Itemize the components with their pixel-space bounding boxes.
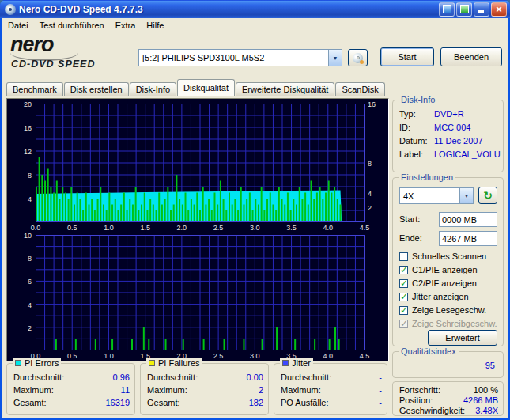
titlebar-shortcut-button-2[interactable] bbox=[456, 2, 472, 17]
tab-strip: Benchmark Disk erstellen Disk-Info Diskq… bbox=[6, 79, 386, 96]
quit-button[interactable]: Beenden bbox=[440, 47, 502, 66]
checkbox-label: Schnelles Scannen bbox=[412, 252, 486, 261]
pi-failures-panel: PI Failures Durchschnitt:0.00 Maximum:2 … bbox=[140, 363, 269, 415]
axis-tick-label: 8 bbox=[368, 160, 372, 168]
tab-scandisk[interactable]: ScanDisk bbox=[335, 82, 384, 96]
axis-tick-label: 4 bbox=[368, 190, 372, 198]
titlebar-shortcut-button-1[interactable] bbox=[439, 2, 455, 17]
checkbox-c1-pie-anzeigen[interactable]: C1/PIE anzeigen bbox=[399, 264, 478, 275]
green-app-icon bbox=[460, 5, 469, 13]
menu-test-durchfuehren[interactable]: Test durchführen bbox=[34, 19, 110, 32]
info-value: LOGICAL_VOLU bbox=[434, 149, 501, 159]
speed-select[interactable]: 4X ▼ bbox=[399, 187, 474, 204]
checkbox-c2-pif-anzeigen[interactable]: C2/PIF anzeigen bbox=[399, 278, 477, 289]
titlebar[interactable]: Nero CD-DVD Speed 4.7.7.3 × bbox=[0, 0, 510, 18]
checkbox-icon bbox=[399, 320, 408, 328]
refresh-icon: ↻ bbox=[483, 190, 493, 201]
axis-tick-label: 3.0 bbox=[245, 224, 264, 232]
tab-diskqualitaet[interactable]: Diskqualität bbox=[177, 79, 235, 96]
quality-index-group: Qualitätsindex 95 bbox=[392, 351, 504, 378]
disk-info-group-title: Disk-Info bbox=[399, 95, 437, 104]
tab-disk-info[interactable]: Disk-Info bbox=[130, 82, 176, 96]
pif-chart bbox=[36, 235, 365, 350]
app-window: Nero CD-DVD Speed 4.7.7.3 × Datei Test d… bbox=[0, 0, 510, 420]
checkbox-icon[interactable] bbox=[399, 252, 408, 261]
start-button[interactable]: Start bbox=[380, 47, 434, 66]
menu-datei[interactable]: Datei bbox=[2, 19, 34, 32]
axis-tick-label: 0.5 bbox=[62, 352, 81, 360]
info-label: ID: bbox=[399, 123, 410, 132]
tab-disk-erstellen[interactable]: Disk erstellen bbox=[64, 82, 129, 96]
quality-index-value: 95 bbox=[485, 361, 495, 370]
checkbox-jitter-anzeigen[interactable]: Jitter anzeigen bbox=[399, 291, 469, 302]
settings-group-title: Einstellungen bbox=[399, 172, 455, 182]
jitter-swatch-icon bbox=[282, 360, 289, 366]
axis-tick-label: 3.5 bbox=[282, 224, 301, 232]
axis-tick-label: 0.5 bbox=[62, 224, 81, 232]
stat-label: Maximum: bbox=[147, 385, 187, 395]
checkbox-zeige-schreibgeschw: Zeige Schreibgeschw. bbox=[399, 318, 497, 329]
stat-value: 2 bbox=[259, 385, 263, 395]
stat-label: Gesamt: bbox=[147, 398, 180, 407]
nero-logo: nero CD-DVD SPEED bbox=[10, 34, 133, 74]
checkbox-zeige-lesegeschw[interactable]: Zeige Lesegeschw. bbox=[399, 305, 486, 316]
checkbox-schnelles-scannen[interactable]: Schnelles Scannen bbox=[399, 251, 486, 262]
disk-info-group: Disk-Info Typ:DVD+R ID:MCC 004 Datum:11 … bbox=[392, 100, 504, 172]
drive-select-value: [5:2] PHILIPS SPD3100L M5S2 bbox=[139, 53, 328, 62]
stat-label: Maximum: bbox=[13, 385, 54, 395]
advanced-button[interactable]: Erweitert bbox=[428, 330, 497, 346]
axis-tick-label: 10 bbox=[7, 232, 32, 240]
disc-icon bbox=[353, 53, 363, 63]
pie-speed-chart bbox=[36, 104, 365, 222]
stat-value: - bbox=[379, 373, 382, 382]
chevron-down-icon[interactable]: ▼ bbox=[328, 50, 342, 66]
end-position-input[interactable] bbox=[439, 231, 497, 246]
speed-select-value: 4X bbox=[400, 191, 459, 201]
position-label: Position: bbox=[399, 395, 433, 405]
client-area: Datei Test durchführen Extra Hilfe nero … bbox=[2, 18, 508, 418]
checkbox-icon[interactable] bbox=[399, 306, 408, 315]
stat-label: PO Ausfälle: bbox=[281, 398, 329, 407]
tab-erweiterte-diskqualitaet[interactable]: Erweiterte Diskqualität bbox=[236, 82, 334, 96]
jitter-title: Jitter bbox=[280, 358, 313, 368]
pi-errors-panel: PI Errors Durchschnitt:0.96 Maximum:11 G… bbox=[6, 363, 135, 415]
axis-tick-label: 20 bbox=[7, 100, 32, 108]
axis-tick-label: 12 bbox=[7, 148, 32, 156]
drive-select[interactable]: [5:2] PHILIPS SPD3100L M5S2 ▼ bbox=[138, 49, 342, 66]
position-value: 4266 MB bbox=[463, 395, 498, 405]
axis-tick-label: 2 bbox=[7, 324, 32, 332]
stat-value: 11 bbox=[121, 385, 130, 395]
checkbox-icon[interactable] bbox=[399, 266, 408, 274]
close-button[interactable]: × bbox=[491, 2, 507, 17]
speed-label: Geschwindigkeit: bbox=[399, 406, 465, 415]
axis-tick-label: 1.5 bbox=[136, 224, 155, 232]
stat-label: Maximum: bbox=[281, 385, 321, 395]
speed-value: 3.48X bbox=[475, 406, 498, 415]
axis-tick-label: 4.5 bbox=[355, 352, 374, 360]
chevron-down-icon[interactable]: ▼ bbox=[459, 188, 473, 203]
menu-hilfe[interactable]: Hilfe bbox=[141, 19, 169, 32]
stat-label: Durchschnitt: bbox=[147, 373, 198, 382]
info-value: DVD+R bbox=[434, 109, 464, 119]
pi-failures-title: PI Failures bbox=[146, 358, 202, 368]
pi-errors-title: PI Errors bbox=[13, 358, 61, 368]
quality-index-title: Qualitätsindex bbox=[399, 346, 459, 356]
eject-disc-button[interactable] bbox=[348, 49, 368, 66]
minimize-button[interactable] bbox=[474, 2, 489, 17]
jitter-panel: Jitter Durchschnitt:- Maximum:- PO Ausfä… bbox=[274, 363, 387, 415]
checkbox-icon[interactable] bbox=[399, 293, 408, 301]
quality-scan-charts: 20161284168420.00.51.01.52.02.53.03.54.0… bbox=[6, 98, 389, 361]
info-label: Typ: bbox=[399, 109, 416, 119]
checkbox-icon[interactable] bbox=[399, 279, 408, 288]
end-field-label: Ende: bbox=[399, 233, 422, 243]
start-position-input[interactable] bbox=[439, 212, 497, 227]
product-name: CD-DVD SPEED bbox=[11, 59, 95, 70]
progress-group: Fortschritt:100 % Position:4266 MB Gesch… bbox=[392, 381, 504, 416]
menu-extra[interactable]: Extra bbox=[110, 19, 142, 32]
checkbox-label: Jitter anzeigen bbox=[412, 292, 469, 301]
stat-value: 0.96 bbox=[113, 373, 130, 382]
axis-tick-label: 4 bbox=[7, 301, 32, 309]
tab-benchmark[interactable]: Benchmark bbox=[6, 82, 63, 96]
start-field-label: Start: bbox=[399, 214, 420, 224]
refresh-speed-button[interactable]: ↻ bbox=[478, 187, 497, 204]
